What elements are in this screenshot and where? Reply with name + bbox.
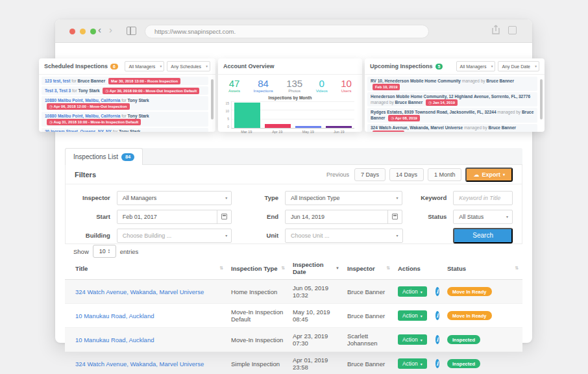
tabs-icon[interactable] <box>508 26 517 34</box>
scheduled-item[interactable]: 20 Ingram Street, Queens, NY, NY for Ton… <box>42 128 208 132</box>
start-calendar-addon[interactable] <box>217 210 231 223</box>
upcoming-due-date-select[interactable]: Any Due Date▾ <box>498 61 539 71</box>
upcoming-item[interactable]: Henederson Mobile Home Community, 12 Hig… <box>367 92 537 106</box>
scheduled-schedule-select[interactable]: Any Schedules▾ <box>167 61 210 71</box>
chevron-down-icon: ▾ <box>506 214 508 219</box>
account-overview-card: Account Overview 47 Assets 84 Inspection… <box>218 58 362 132</box>
start-date-input[interactable]: Feb 01, 2017 <box>117 210 232 224</box>
chart-x-label: Jun 19 <box>326 130 352 134</box>
info-icon[interactable]: i <box>435 287 439 296</box>
stat: 0 Videos <box>316 79 328 93</box>
upcoming-manager-select[interactable]: All Managers▾ <box>456 61 496 71</box>
export-button[interactable]: ☁ Export ▾ <box>465 168 513 182</box>
row-inspector: Bruce Banner <box>343 304 394 328</box>
scrollbar[interactable] <box>540 79 543 119</box>
back-icon[interactable]: ‹ <box>98 24 101 35</box>
row-inspection-type: Home Inspection <box>227 280 289 304</box>
scheduled-item[interactable]: 123 test, test for Bruce Banner ◷ Mar 30… <box>42 77 208 85</box>
chart-bar <box>265 101 291 128</box>
chevron-down-icon: ▾ <box>535 64 537 68</box>
action-button[interactable]: Action▾ <box>398 358 427 369</box>
row-title-link[interactable]: 324 Watch Avenue, Wakanda, Marvel Univer… <box>75 288 204 295</box>
column-header-title[interactable]: Title⇅ <box>65 257 227 280</box>
row-title-link[interactable]: 324 Watch Avenue, Wakanda, Marvel Univer… <box>75 360 204 368</box>
scheduled-item[interactable]: 10880 Malibu Point, Malibu, California f… <box>42 96 208 110</box>
search-button[interactable]: Search <box>453 228 513 243</box>
column-header-inspector[interactable]: Inspector⇅ <box>343 257 394 280</box>
action-button[interactable]: Action▾ <box>398 310 427 321</box>
type-select[interactable]: All Inspection Type ▾ <box>285 191 402 205</box>
previous-label[interactable]: Previous <box>326 171 349 178</box>
stat: 47 Assets <box>228 79 240 93</box>
chevron-down-icon: ▾ <box>396 195 398 200</box>
building-select[interactable]: Choose Building ... ▾ <box>117 229 232 243</box>
row-inspection-type: Simple Inspection <box>227 352 289 374</box>
sidebar-toggle-icon[interactable] <box>127 27 136 35</box>
show-label: Show <box>73 248 89 255</box>
range-7-days-button[interactable]: 7 Days <box>354 168 386 181</box>
keyword-label: Keyword <box>414 194 447 201</box>
share-icon[interactable] <box>491 25 500 35</box>
keyword-input[interactable] <box>459 195 507 201</box>
action-button[interactable]: Action▾ <box>398 334 427 345</box>
stat-label: Users <box>341 89 352 93</box>
chart-y-axis: 151050 <box>223 101 231 129</box>
info-icon[interactable]: i <box>435 359 439 368</box>
unit-select[interactable]: Choose Unit ... ▾ <box>285 229 402 243</box>
building-placeholder: Choose Building ... <box>123 232 172 239</box>
chart-xlabels: Mar 19Apr 19May 19Jun 19 <box>231 130 354 134</box>
type-value: All Inspection Type <box>291 195 339 201</box>
range-14-days-button[interactable]: 14 Days <box>389 168 424 181</box>
scheduled-title: Scheduled Inspections <box>44 63 108 69</box>
end-calendar-addon[interactable] <box>387 210 402 223</box>
upcoming-item[interactable]: 324 Watch Avenue, Wakanda, Marvel Univer… <box>367 124 537 132</box>
chart-plot <box>231 101 354 129</box>
zoom-window-icon[interactable] <box>90 29 96 34</box>
row-title-link[interactable]: 10 Manukau Road, Auckland <box>75 336 154 343</box>
end-date-input[interactable]: Jun 14, 2019 <box>285 210 402 224</box>
address-bar[interactable]: https://www.snapinspect.com. <box>145 25 429 38</box>
chevron-down-icon: ▾ <box>421 314 423 318</box>
scrollbar[interactable] <box>211 79 214 119</box>
info-icon[interactable]: i <box>435 311 439 320</box>
info-icon[interactable]: i <box>435 335 439 344</box>
filters-title: Filters <box>75 171 96 179</box>
upcoming-item[interactable]: RV 10, Henederson Mobile Home Community … <box>367 77 537 91</box>
scheduled-item[interactable]: Test 3, Test 3 for Tony Stark ◷ Apr 30, … <box>42 86 208 95</box>
stepper-icon[interactable]: ▴▾ <box>108 249 110 255</box>
entries-select[interactable]: 10 ▴▾ <box>93 245 116 258</box>
browser-chrome: ‹ › https://www.snapinspect.com. <box>55 19 532 43</box>
minimize-window-icon[interactable] <box>80 29 86 34</box>
scheduled-item[interactable]: 10880 Malibu Point, Malibu, California f… <box>42 112 208 126</box>
stat: 135 Photos <box>286 79 302 93</box>
status-select[interactable]: All Status ▾ <box>453 210 513 224</box>
stat-value: 0 <box>316 79 328 89</box>
stat-label: Inspections <box>253 89 273 93</box>
column-header-status[interactable]: Status⇅ <box>443 257 522 280</box>
column-header-date[interactable]: Inspection Date▼ <box>289 257 343 280</box>
inspector-value: All Managers <box>123 195 157 201</box>
clock-icon: ◷ <box>49 105 53 108</box>
schedule-badge: ◷ Mar 30, 2018 13:00 - Room Inspection <box>108 78 180 84</box>
column-header-type[interactable]: Inspection Type⇅ <box>227 257 289 280</box>
tab-inspections-list[interactable]: Inspections List 84 <box>65 148 143 165</box>
inspector-select[interactable]: All Managers ▾ <box>117 191 232 205</box>
building-label: Building <box>75 232 110 239</box>
forward-icon[interactable]: › <box>109 24 112 35</box>
row-inspection-date: Apr 23, 2019 07:30 <box>289 328 343 352</box>
clock-icon: ◷ <box>105 89 108 93</box>
chart-bar <box>326 101 352 128</box>
status-badge: Move In Ready <box>447 311 492 320</box>
stat-value: 47 <box>228 79 240 89</box>
sort-icon: ⇅ <box>515 266 519 271</box>
close-window-icon[interactable] <box>69 29 75 34</box>
row-inspection-date: Apr 01, 2019 23:58 <box>289 352 343 374</box>
scheduled-manager-select[interactable]: All Managers▾ <box>125 61 164 71</box>
inspections-table: Title⇅ Inspection Type⇅ Inspection Date▼… <box>65 257 522 374</box>
row-title-link[interactable]: 10 Manukau Road, Auckland <box>75 312 154 319</box>
range-1-month-button[interactable]: 1 Month <box>428 168 462 181</box>
action-button[interactable]: Action▾ <box>398 286 427 297</box>
start-date-value: Feb 01, 2017 <box>123 214 157 220</box>
upcoming-item[interactable]: Rydges Estates, 8939 Townsend Road, Jack… <box>367 108 537 122</box>
chevron-down-icon: ▾ <box>421 338 423 342</box>
